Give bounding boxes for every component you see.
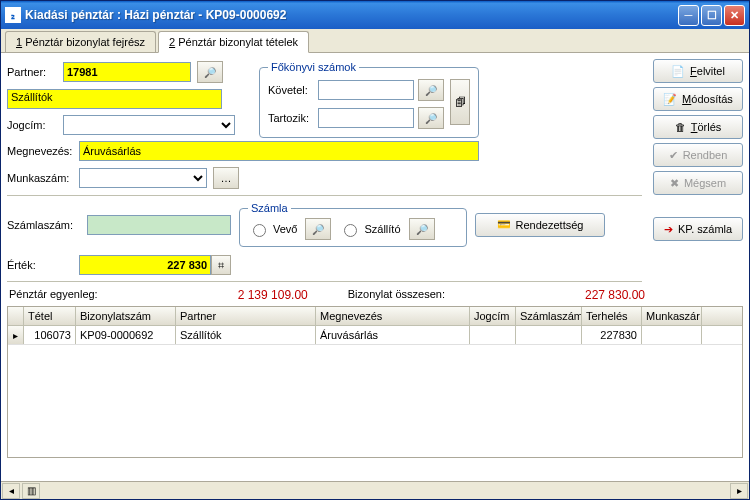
minimize-button[interactable]: ─ <box>678 5 699 26</box>
items-grid[interactable]: Tétel Bizonylatszám Partner Megnevezés J… <box>7 306 743 458</box>
col-bizonylatszam[interactable]: Bizonylatszám <box>76 307 176 325</box>
ledger-legend: Főkönyvi számok <box>268 61 359 73</box>
tartozik-label: Tartozik: <box>268 112 318 124</box>
ledger-fieldset: Főkönyvi számok Követel: 🔎 Tartozik: <box>259 61 479 138</box>
col-munkaszam[interactable]: Munkaszár <box>642 307 702 325</box>
kovetel-input[interactable] <box>318 80 414 100</box>
col-jogcim[interactable]: Jogcím <box>470 307 516 325</box>
arrow-right-icon: ➔ <box>664 223 673 236</box>
app-icon: ₂ <box>5 7 21 23</box>
szallito-radio[interactable]: Szállító <box>339 221 400 237</box>
table-row[interactable]: ▸ 106073 KP09-0000692 Szállítók Áruvásár… <box>8 326 742 345</box>
rendezettseg-button[interactable]: 💳 Rendezettség <box>475 213 605 237</box>
ledger-copy-button[interactable]: 🗐 <box>450 79 470 125</box>
jogcim-label: Jogcím: <box>7 119 63 131</box>
scroll-right-button[interactable]: ▸ <box>730 483 748 499</box>
ertek-calc-button[interactable]: ⌗ <box>211 255 231 275</box>
col-megnevezes[interactable]: Megnevezés <box>316 307 470 325</box>
partner-label: Partner: <box>7 66 63 78</box>
megsem-button: ✖ Mégsem <box>653 171 743 195</box>
tartozik-lookup-button[interactable]: 🔎 <box>418 107 444 129</box>
szallito-lookup-button[interactable]: 🔎 <box>409 218 435 240</box>
col-tetel[interactable]: Tétel <box>24 307 76 325</box>
kovetel-lookup-button[interactable]: 🔎 <box>418 79 444 101</box>
lookup-icon: 🔎 <box>312 224 324 235</box>
felvitel-button[interactable]: 📄 Felvitel <box>653 59 743 83</box>
ertek-input[interactable] <box>79 255 211 275</box>
torles-button[interactable]: 🗑 Törlés <box>653 115 743 139</box>
ellipsis-icon: … <box>221 172 232 184</box>
szamlaszam-label: Számlaszám: <box>7 219 79 231</box>
penztar-egyenleg-value: 2 139 109.00 <box>238 288 308 302</box>
trash-icon: 🗑 <box>675 121 686 133</box>
partner-lookup-button[interactable]: 🔎 <box>197 61 223 83</box>
col-terheles[interactable]: Terhelés <box>582 307 642 325</box>
col-partner[interactable]: Partner <box>176 307 316 325</box>
kpszamla-button[interactable]: ➔ KP. számla <box>653 217 743 241</box>
close-button[interactable]: ✕ <box>724 5 745 26</box>
modositas-button[interactable]: 📝 Módosítás <box>653 87 743 111</box>
col-szamlaszam[interactable]: Számlaszám <box>516 307 582 325</box>
statusbar-segment[interactable]: ▥ <box>22 483 40 499</box>
tab-fejresz[interactable]: 1 Pénztár bizonylat fejrész <box>5 31 156 52</box>
penztar-egyenleg-label: Pénztár egyenleg: <box>9 288 98 300</box>
maximize-button[interactable]: ☐ <box>701 5 722 26</box>
ertek-label: Érték: <box>7 259 79 271</box>
tab-tetelek[interactable]: 2 Pénztár bizonylat tételek <box>158 31 309 53</box>
tab-strip: 1 Pénztár bizonylat fejrész 2 Pénztár bi… <box>1 29 749 53</box>
lookup-icon: 🔎 <box>204 67 216 78</box>
partner-input[interactable] <box>63 62 191 82</box>
megnevezes-label: Megnevezés: <box>7 145 79 157</box>
lookup-icon: 🔎 <box>416 224 428 235</box>
cancel-icon: ✖ <box>670 177 679 190</box>
row-indicator-icon: ▸ <box>8 326 24 344</box>
megnevezes-input[interactable] <box>79 141 479 161</box>
check-icon: ✔ <box>669 149 678 162</box>
lookup-icon: 🔎 <box>425 85 437 96</box>
partner-name-display: Szállítók <box>7 89 222 109</box>
vevo-radio[interactable]: Vevő <box>248 221 297 237</box>
scroll-left-button[interactable]: ◂ <box>2 483 20 499</box>
vevo-lookup-button[interactable]: 🔎 <box>305 218 331 240</box>
window-title: Kiadási pénztár : Házi pénztár - KP09-00… <box>25 8 678 22</box>
jogcim-select[interactable] <box>63 115 235 135</box>
munkaszam-select[interactable] <box>79 168 207 188</box>
titlebar: ₂ Kiadási pénztár : Házi pénztár - KP09-… <box>1 1 749 29</box>
munkaszam-label: Munkaszám: <box>7 172 79 184</box>
lookup-icon: 🔎 <box>425 113 437 124</box>
edit-icon: 📝 <box>663 93 677 106</box>
bizonylat-osszesen-label: Bizonylat összesen: <box>348 288 445 300</box>
invoice-fieldset: Számla Vevő 🔎 Szállító 🔎 <box>239 202 467 247</box>
payment-icon: 💳 <box>497 218 511 231</box>
document-icon: 📄 <box>671 65 685 78</box>
munkaszam-more-button[interactable]: … <box>213 167 239 189</box>
calculator-icon: ⌗ <box>218 259 224 272</box>
invoice-legend: Számla <box>248 202 291 214</box>
tartozik-input[interactable] <box>318 108 414 128</box>
copy-icon: 🗐 <box>455 96 466 108</box>
szamlaszam-input[interactable] <box>87 215 231 235</box>
statusbar: ◂ ▥ ▸ <box>1 481 749 499</box>
bizonylat-osszesen-value: 227 830.00 <box>585 288 645 302</box>
rendben-button: ✔ Rendben <box>653 143 743 167</box>
kovetel-label: Követel: <box>268 84 318 96</box>
